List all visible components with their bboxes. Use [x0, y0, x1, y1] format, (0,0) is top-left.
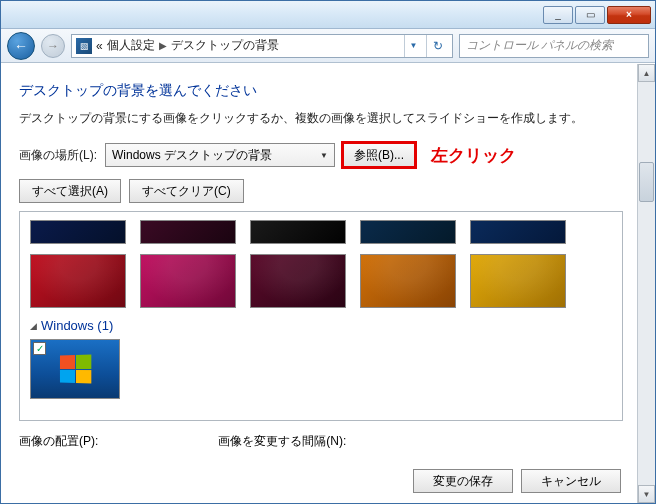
wallpaper-thumbnail-windows[interactable]: ✓ — [30, 339, 120, 399]
breadcrumb-root: « — [96, 39, 103, 53]
main-panel: デスクトップの背景を選んでください デスクトップの背景にする画像をクリックするか… — [1, 64, 637, 503]
location-select[interactable]: Windows デスクトップの背景 ▼ — [105, 143, 335, 167]
address-bar[interactable]: ▧ « 個人設定 ▶ デスクトップの背景 ▼ ↻ — [71, 34, 453, 58]
refresh-button[interactable]: ↻ — [426, 35, 448, 57]
chevron-right-icon: ▶ — [159, 40, 167, 51]
wallpaper-thumbnail[interactable] — [30, 254, 126, 308]
selection-row: すべて選択(A) すべてクリア(C) — [19, 179, 623, 203]
save-button[interactable]: 変更の保存 — [413, 469, 513, 493]
arrow-right-icon: → — [47, 39, 59, 53]
annotation-text: 左クリック — [431, 144, 516, 167]
wallpaper-thumbnail[interactable] — [140, 220, 236, 244]
position-label: 画像の配置(P): — [19, 433, 98, 450]
scroll-up-button[interactable]: ▲ — [638, 64, 655, 82]
close-button[interactable]: × — [607, 6, 651, 24]
forward-button[interactable]: → — [41, 34, 65, 58]
thumbnail-pane: ◢ Windows (1) ✓ — [19, 211, 623, 421]
thumbnail-row — [30, 254, 612, 308]
interval-label: 画像を変更する間隔(N): — [218, 433, 346, 450]
wallpaper-thumbnail[interactable] — [360, 254, 456, 308]
group-header-windows[interactable]: ◢ Windows (1) — [30, 318, 612, 333]
scroll-down-button[interactable]: ▼ — [638, 485, 655, 503]
location-label: 画像の場所(L): — [19, 147, 97, 164]
wallpaper-thumbnail[interactable] — [250, 220, 346, 244]
wallpaper-thumbnail[interactable] — [140, 254, 236, 308]
breadcrumb-item[interactable]: 個人設定 — [107, 37, 155, 54]
page-heading: デスクトップの背景を選んでください — [19, 82, 623, 100]
scroll-track[interactable] — [638, 82, 655, 485]
select-all-button[interactable]: すべて選択(A) — [19, 179, 121, 203]
breadcrumb-item[interactable]: デスクトップの背景 — [171, 37, 279, 54]
scroll-thumb[interactable] — [639, 162, 654, 202]
browse-button[interactable]: 参照(B)... — [343, 143, 415, 167]
refresh-icon: ↻ — [433, 39, 443, 53]
vertical-scrollbar[interactable]: ▲ ▼ — [637, 64, 655, 503]
titlebar: _ ▭ × — [1, 1, 655, 29]
window: _ ▭ × ← → ▧ « 個人設定 ▶ デスクトップの背景 ▼ ↻ コントロー… — [0, 0, 656, 504]
wallpaper-thumbnail[interactable] — [30, 220, 126, 244]
control-panel-icon: ▧ — [76, 38, 92, 54]
wallpaper-thumbnail[interactable] — [470, 254, 566, 308]
arrow-left-icon: ← — [14, 38, 28, 54]
thumbnail-row — [30, 220, 612, 244]
collapse-icon: ◢ — [30, 321, 37, 331]
wallpaper-thumbnail[interactable] — [470, 220, 566, 244]
search-input[interactable]: コントロール パネルの検索 — [459, 34, 649, 58]
chevron-down-icon: ▼ — [320, 151, 328, 160]
back-button[interactable]: ← — [7, 32, 35, 60]
wallpaper-thumbnail[interactable] — [360, 220, 456, 244]
navbar: ← → ▧ « 個人設定 ▶ デスクトップの背景 ▼ ↻ コントロール パネルの… — [1, 29, 655, 63]
thumbnail-checkbox[interactable]: ✓ — [33, 342, 46, 355]
location-row: 画像の場所(L): Windows デスクトップの背景 ▼ 参照(B)... 左… — [19, 143, 623, 167]
search-placeholder: コントロール パネルの検索 — [466, 37, 613, 54]
cancel-button[interactable]: キャンセル — [521, 469, 621, 493]
footer-buttons: 変更の保存 キャンセル — [413, 469, 621, 493]
wallpaper-thumbnail[interactable] — [250, 254, 346, 308]
clear-all-button[interactable]: すべてクリア(C) — [129, 179, 244, 203]
page-subtext: デスクトップの背景にする画像をクリックするか、複数の画像を選択してスライドショー… — [19, 110, 623, 127]
options-row: 画像の配置(P): 画像を変更する間隔(N): — [19, 433, 623, 450]
maximize-button[interactable]: ▭ — [575, 6, 605, 24]
minimize-button[interactable]: _ — [543, 6, 573, 24]
windows-logo-icon — [60, 354, 91, 383]
location-value: Windows デスクトップの背景 — [112, 147, 272, 164]
content-area: デスクトップの背景を選んでください デスクトップの背景にする画像をクリックするか… — [1, 64, 655, 503]
address-dropdown[interactable]: ▼ — [404, 35, 422, 57]
